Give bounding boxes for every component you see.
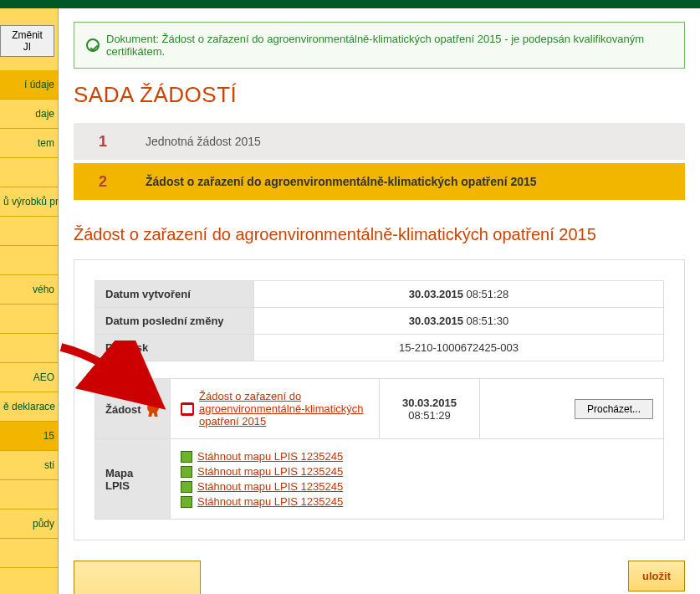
table-row: Datum vytvoření 30.03.2015 08:51:28: [95, 281, 664, 308]
sidebar-item[interactable]: í údaje: [0, 70, 58, 100]
sidebar-item[interactable]: půdy: [0, 510, 58, 539]
step-number: 2: [74, 163, 132, 200]
map-download-link[interactable]: Stáhnout mapu LPIS 1235245: [197, 450, 343, 463]
sidebar-item[interactable]: [0, 217, 58, 246]
table-row: Mapa LPIS Stáhnout mapu LPIS 1235245Stáh…: [95, 439, 664, 520]
main-content: Dokument: Žádost o zařazení do agroenvir…: [59, 8, 700, 594]
save-button[interactable]: uložit: [628, 561, 685, 591]
map-icon: [181, 451, 192, 463]
step-1[interactable]: 1 Jednotná žádost 2015: [74, 123, 685, 160]
pdf-icon: [181, 402, 194, 416]
meta-value: 15-210-1000672425-003: [254, 335, 664, 361]
map-download-link[interactable]: Stáhnout mapu LPIS 1235245: [197, 465, 343, 478]
sidebar-item[interactable]: ů výrobků pro: [0, 187, 58, 217]
browse-button[interactable]: Procházet...: [575, 399, 653, 419]
meta-value: 30.03.2015 08:51:30: [254, 308, 664, 335]
footer-actions: « Předchozí žádost uložit Pokračovat v p…: [74, 561, 685, 594]
table-row: Předtisk 15-210-1000672425-003: [95, 335, 664, 361]
sidebar-item[interactable]: sti: [0, 451, 58, 480]
map-icon: [181, 466, 192, 478]
change-ji-button[interactable]: Změnit JI: [0, 25, 54, 57]
meta-key: Datum poslední změny: [95, 308, 254, 335]
certificate-icon: [147, 402, 159, 413]
sidebar-item[interactable]: [0, 158, 58, 187]
check-circle-icon: [86, 38, 100, 52]
sidebar-item[interactable]: 15: [0, 422, 58, 451]
map-icon: [181, 481, 192, 493]
maps-cell: Stáhnout mapu LPIS 1235245Stáhnout mapu …: [171, 439, 664, 520]
table-row: Žádost Žádost o zařazení do agroenvironm…: [95, 379, 664, 439]
table-row: Datum poslední změny 30.03.2015 08:51:30: [95, 308, 664, 335]
previous-button[interactable]: « Předchozí žádost: [74, 561, 201, 594]
doc-cell: Žádost o zařazení do agroenvironmentálně…: [171, 379, 380, 439]
map-download-link[interactable]: Stáhnout mapu LPIS 1235245: [197, 480, 343, 493]
row-label: Mapa LPIS: [95, 439, 171, 520]
documents-table: Žádost Žádost o zařazení do agroenvironm…: [95, 378, 664, 520]
detail-panel: Datum vytvoření 30.03.2015 08:51:28 Datu…: [74, 259, 685, 540]
sidebar-item[interactable]: [0, 246, 58, 275]
success-alert: Dokument: Žádost o zařazení do agroenvir…: [74, 22, 685, 69]
map-download-link[interactable]: Stáhnout mapu LPIS 1235245: [197, 495, 343, 508]
sidebar-item[interactable]: daje: [0, 100, 58, 129]
sidebar-item[interactable]: tem: [0, 129, 58, 158]
row-label: Žádost: [95, 379, 171, 439]
meta-value: 30.03.2015 08:51:28: [254, 281, 664, 308]
document-link[interactable]: Žádost o zařazení do agroenvironmentálně…: [199, 390, 369, 428]
page-title: SADA ŽÁDOSTÍ: [74, 82, 685, 108]
browse-cell: Procházet...: [480, 379, 664, 439]
sidebar-item[interactable]: vého: [0, 275, 58, 305]
sidebar: Změnit JI í údajedajetem ů výrobků pro v…: [0, 8, 59, 594]
sidebar-item[interactable]: [0, 305, 58, 334]
meta-key: Předtisk: [95, 335, 254, 361]
map-icon: [181, 496, 192, 508]
sidebar-item[interactable]: [0, 334, 58, 363]
doc-timestamp: 30.03.2015 08:51:29: [380, 379, 480, 439]
step-label: Žádost o zařazení do agroenvironmentálně…: [132, 163, 685, 200]
top-bar: [0, 0, 700, 8]
sidebar-item[interactable]: AEO: [0, 363, 58, 392]
sidebar-item[interactable]: ě deklarace osti AEO pro: [0, 392, 58, 422]
alert-text: Dokument: Žádost o zařazení do agroenvir…: [106, 33, 672, 58]
step-label: Jednotná žádost 2015: [132, 123, 685, 160]
meta-table: Datum vytvoření 30.03.2015 08:51:28 Datu…: [95, 280, 664, 361]
sidebar-item[interactable]: [0, 480, 58, 510]
meta-key: Datum vytvoření: [95, 281, 254, 308]
steps: 1 Jednotná žádost 2015 2 Žádost o zařaze…: [74, 123, 685, 203]
step-number: 1: [74, 123, 132, 160]
sidebar-item[interactable]: [0, 539, 58, 568]
section-title: Žádost o zařazení do agroenvironmentálně…: [74, 225, 685, 244]
step-2[interactable]: 2 Žádost o zařazení do agroenvironmentál…: [74, 163, 685, 200]
